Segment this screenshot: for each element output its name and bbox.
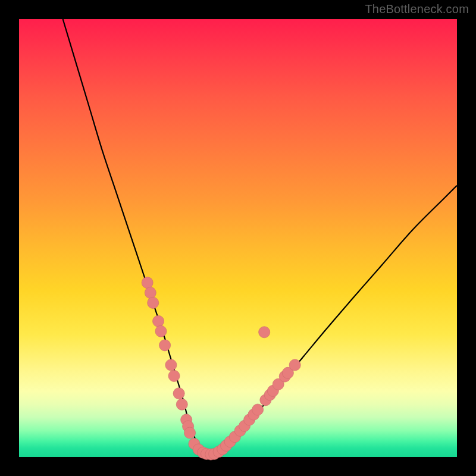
plot-area [19, 19, 457, 457]
curve-svg [19, 19, 457, 457]
marker-dot [259, 327, 270, 338]
marker-dot [184, 427, 195, 439]
marker-dot [148, 297, 159, 308]
marker-dot [152, 315, 164, 327]
bottleneck-curve [63, 19, 457, 453]
marker-dot [145, 287, 156, 298]
marker-dot [159, 340, 171, 351]
marker-dot [252, 404, 264, 415]
marker-dot [173, 388, 184, 399]
marker-dot [165, 359, 177, 371]
marker-dot [289, 359, 300, 371]
marker-dot [176, 399, 187, 410]
marker-dot [168, 370, 180, 381]
watermark-text: TheBottleneck.com [365, 2, 469, 16]
marker-dot [155, 325, 167, 337]
marker-dots-group [142, 277, 300, 461]
marker-dot [142, 277, 153, 289]
chart-frame: TheBottleneck.com [0, 0, 476, 476]
